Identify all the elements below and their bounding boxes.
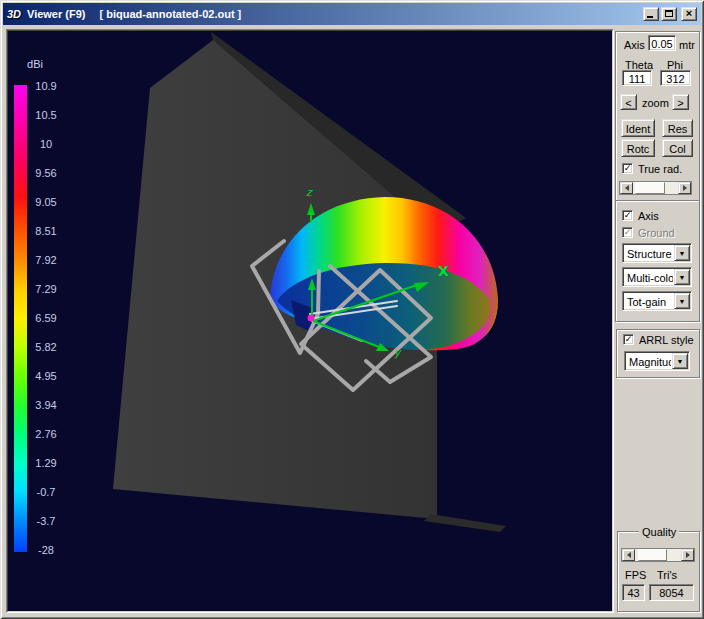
minimize-icon: [647, 16, 653, 18]
close-button[interactable]: ×: [681, 7, 697, 21]
ground-checkbox-label: Ground: [638, 227, 675, 239]
close-icon: ×: [682, 7, 696, 19]
zoom-label: zoom: [642, 97, 669, 109]
rotc-button[interactable]: Rotc: [621, 139, 655, 157]
arrl-style-checkbox[interactable]: ✓: [623, 334, 634, 345]
theta-input[interactable]: 111: [622, 70, 652, 86]
chevron-down-icon[interactable]: ▼: [672, 353, 688, 369]
check-icon: ✓: [624, 164, 632, 173]
res-button[interactable]: Res: [662, 119, 693, 137]
maximize-button[interactable]: [661, 7, 677, 21]
quality-label: Quality: [639, 526, 679, 538]
chevron-down-icon[interactable]: ▼: [674, 293, 690, 309]
radius-slider[interactable]: [619, 181, 692, 195]
colorbar-tick: 8.51: [28, 225, 64, 237]
reflector-ground-shadow: [424, 514, 506, 532]
zoom-in-button[interactable]: >: [672, 94, 689, 110]
3d-scene: z X y: [8, 31, 612, 611]
true-rad-label: True rad.: [638, 163, 682, 175]
axis-unit-label: mtr: [679, 39, 695, 51]
tris-label: Tri's: [657, 569, 677, 581]
slider-thumb[interactable]: [638, 549, 667, 561]
colorbar-gradient: [14, 85, 27, 552]
window-title: Viewer (F9): [27, 8, 86, 20]
slider-left-arrow-icon[interactable]: [620, 182, 633, 194]
colorbar-tick: 5.82: [28, 341, 64, 353]
magnitude-dropdown[interactable]: Magnitude ▼: [624, 351, 690, 371]
gain-mode-dropdown[interactable]: Tot-gain ▼: [622, 291, 692, 311]
app-3d-icon: 3D: [5, 6, 23, 22]
check-icon: ✓: [625, 335, 633, 344]
fps-value: 43: [622, 584, 645, 601]
ident-button[interactable]: Ident: [621, 119, 655, 137]
check-icon: ✓: [624, 211, 632, 220]
slider-right-arrow-icon[interactable]: [681, 549, 694, 561]
minimize-button[interactable]: [643, 7, 659, 21]
colorbar-tick: 3.94: [28, 399, 64, 411]
viewer-window: 3D Viewer (F9) [ biquad-annotated-02.out…: [0, 0, 704, 619]
axis-size-input[interactable]: 0.05: [648, 35, 676, 51]
control-panel: Axis 0.05 mtr Theta Phi 111 312 < zoom >…: [615, 29, 702, 613]
chevron-down-icon[interactable]: ▼: [674, 245, 690, 261]
colorbar-tick: 2.76: [28, 428, 64, 440]
tris-value: 8054: [649, 584, 694, 601]
colorbar-tick: -3.7: [28, 515, 64, 527]
x-axis-label: X: [438, 263, 449, 279]
3d-viewport[interactable]: z X y dBi 10.9 10.5 10 9.56 9.05 8.51 7.…: [8, 31, 612, 611]
window-title-filename: [ biquad-annotated-02.out ]: [100, 8, 242, 20]
slider-left-arrow-icon[interactable]: [622, 549, 635, 561]
col-button[interactable]: Col: [662, 139, 693, 157]
axis-checkbox-label: Axis: [638, 210, 659, 222]
colorbar-tick: 9.56: [28, 167, 64, 179]
fps-label: FPS: [625, 569, 646, 581]
axis-size-label: Axis: [624, 39, 645, 51]
feedpoint-marker: [308, 315, 315, 322]
colorbar-tick: 1.29: [28, 457, 64, 469]
title-bar[interactable]: 3D Viewer (F9) [ biquad-annotated-02.out…: [3, 3, 701, 25]
phi-input[interactable]: 312: [660, 70, 691, 86]
axis-checkbox[interactable]: ✓: [622, 210, 633, 221]
check-icon: ✓: [624, 228, 632, 237]
colorbar-tick: -28: [28, 544, 64, 556]
colorbar-unit-label: dBi: [20, 58, 50, 70]
slider-right-arrow-icon[interactable]: [678, 182, 691, 194]
structure-dropdown[interactable]: Structure ▼: [622, 243, 692, 263]
quality-slider[interactable]: [621, 548, 695, 562]
colorbar-tick: 7.92: [28, 254, 64, 266]
colorbar-tick: 9.05: [28, 196, 64, 208]
panel-divider: [616, 200, 699, 202]
colorbar-tick: 6.59: [28, 312, 64, 324]
true-rad-checkbox[interactable]: ✓: [622, 163, 633, 174]
ground-checkbox: ✓: [622, 227, 633, 238]
color-mode-dropdown[interactable]: Multi-color ▼: [622, 267, 692, 287]
colorbar-tick: 10: [28, 138, 64, 150]
colorbar-tick: 10.5: [28, 109, 64, 121]
zoom-out-button[interactable]: <: [620, 94, 637, 110]
maximize-icon: [665, 10, 673, 17]
slider-thumb[interactable]: [635, 182, 665, 194]
colorbar-tick: 10.9: [28, 80, 64, 92]
arrl-style-label: ARRL style: [639, 334, 694, 346]
colorbar-tick: 7.29: [28, 283, 64, 295]
chevron-down-icon[interactable]: ▼: [674, 269, 690, 285]
colorbar-tick: 4.95: [28, 370, 64, 382]
colorbar-tick: -0.7: [28, 486, 64, 498]
